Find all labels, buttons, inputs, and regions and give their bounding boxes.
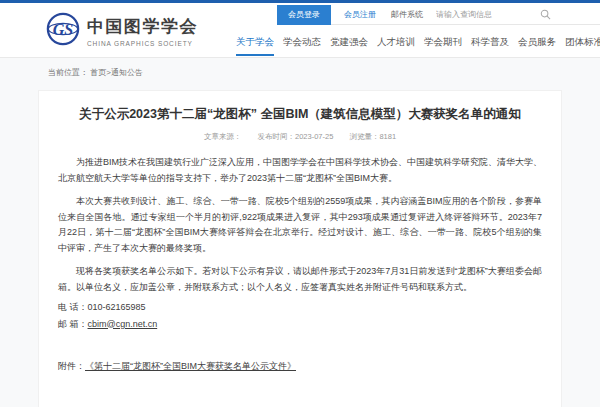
utility-bar: 会员登录 会员注册 邮件系统 <box>277 5 600 25</box>
breadcrumb-prefix: 当前位置： <box>48 68 88 77</box>
article-paragraph-2: 本次大赛共收到设计、施工、综合、一带一路、院校5个组别的2559项成果，其内容涵… <box>58 194 542 256</box>
contact-email: 邮 箱：cbim@cgn.net.cn <box>58 317 542 333</box>
member-register-link[interactable]: 会员注册 <box>344 9 376 20</box>
breadcrumb-home[interactable]: 首页 <box>90 68 106 77</box>
nav-group-standards[interactable]: 团体标准 <box>565 36 600 56</box>
mail-system-link[interactable]: 邮件系统 <box>391 9 423 20</box>
society-emblem-icon: GS <box>46 12 80 50</box>
site-name-en: CHINA GRAPHICS SOCIETY <box>87 40 198 47</box>
site-header: GS 中国图学学会 CHINA GRAPHICS SOCIETY 会员登录 会员… <box>0 3 600 58</box>
nav-talent-training[interactable]: 人才培训 <box>377 36 415 56</box>
nav-society-journal[interactable]: 学会期刊 <box>424 36 462 56</box>
nav-society-news[interactable]: 学会动态 <box>283 36 321 56</box>
svg-text:GS: GS <box>53 21 74 38</box>
attachment-row: 附件：《第十二届“龙图杯”全国BIM大赛获奖名单公示文件》 <box>58 360 542 373</box>
contact-phone: 电 话：010-62165985 <box>58 300 542 316</box>
nav-member-services[interactable]: 会员服务 <box>518 36 556 56</box>
article-meta: 文章来源： 发布时间：2023-07-25 浏览量：8181 <box>58 132 542 142</box>
breadcrumb-current: 通知公告 <box>111 68 143 77</box>
member-login-button[interactable]: 会员登录 <box>277 5 331 25</box>
page-body: 当前位置： 首页>通知公告 关于公示2023第十二届“龙图杯” 全国BIM（建筑… <box>0 58 600 407</box>
meta-publish-date: 发布时间：2023-07-25 <box>257 132 333 141</box>
meta-source-label: 文章来源： <box>204 132 242 141</box>
article-paragraph-3: 现将各奖项获奖名单公示如下。若对以下公示有异议，请以邮件形式于2023年7月31… <box>58 264 542 295</box>
phone-number: 010-62165985 <box>88 302 146 312</box>
search-icon[interactable] <box>540 9 551 20</box>
article-title: 关于公示2023第十二届“龙图杯” 全国BIM（建筑信息模型）大赛获奖名单的通知 <box>58 106 542 123</box>
breadcrumb: 当前位置： 首页>通知公告 <box>0 58 600 78</box>
article-paragraph-1: 为推进BIM技术在我国建筑行业广泛深入应用，中国图学学会在中国科学技术协会、中国… <box>58 155 542 186</box>
attachment-link[interactable]: 《第十二届“龙图杯”全国BIM大赛获奖名单公示文件》 <box>85 361 296 371</box>
nav-about-society[interactable]: 关于学会 <box>236 36 274 56</box>
nav-party-building[interactable]: 党建强会 <box>330 36 368 56</box>
site-name-cn: 中国图学学会 <box>87 15 198 38</box>
article-card: 关于公示2023第十二届“龙图杯” 全国BIM（建筑信息模型）大赛获奖名单的通知… <box>38 90 562 407</box>
email-link[interactable]: cbim@cgn.net.cn <box>88 319 158 329</box>
search-input[interactable] <box>436 10 536 19</box>
meta-view-count: 浏览量：8181 <box>349 132 396 141</box>
main-nav: 关于学会 学会动态 党建强会 人才培训 学会期刊 科学普及 会员服务 团体标准 … <box>236 36 600 56</box>
site-logo[interactable]: GS 中国图学学会 CHINA GRAPHICS SOCIETY <box>46 12 198 50</box>
nav-science-popularization[interactable]: 科学普及 <box>471 36 509 56</box>
